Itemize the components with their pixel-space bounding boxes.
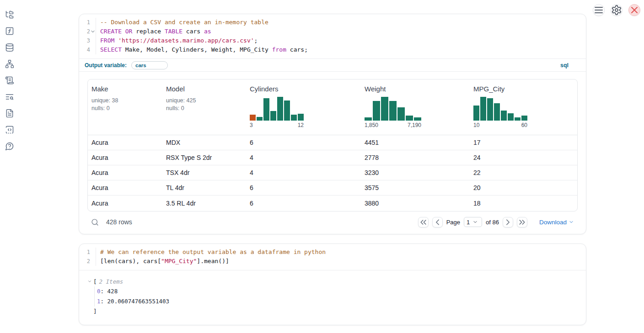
fold-slot [90, 257, 96, 266]
histogram-bar [494, 103, 500, 121]
table-row[interactable]: AcuraMDX6445117 [88, 135, 577, 150]
histogram-bar [397, 107, 405, 121]
fold-marker-icon[interactable] [90, 27, 96, 36]
fold-slot [90, 45, 96, 54]
histogram-bar [284, 100, 290, 121]
table-cell: RSX Type S 2dr [162, 154, 246, 161]
previous-page-button[interactable] [432, 217, 443, 227]
page-label: Page [446, 219, 460, 226]
python-code-editor[interactable]: 1# We can reference the output variable … [79, 244, 586, 270]
open-bracket: [ [93, 278, 97, 285]
code-line: 4SELECT Make, Model, Cylinders, Weight, … [79, 45, 586, 54]
first-page-button[interactable] [418, 217, 429, 227]
code-line: 1# We can reference the output variable … [79, 248, 586, 257]
menu-button[interactable] [593, 4, 605, 16]
code-text: SELECT Make, Model, Cylinders, Weight, M… [96, 45, 586, 54]
outline-icon[interactable] [5, 76, 14, 85]
column-histogram: 1060 [473, 97, 527, 128]
file-explorer-icon[interactable] [5, 10, 14, 19]
notebook-actions [593, 4, 640, 16]
table-cell: Acura [88, 154, 162, 161]
table-row[interactable]: AcuraRSX Type S 2dr4277824 [88, 150, 577, 165]
table-cell: 3575 [361, 184, 470, 191]
table-cell: Acura [88, 169, 162, 176]
output-variable-input[interactable] [131, 61, 168, 69]
column-name: Weight [365, 85, 470, 93]
close-app-button[interactable] [628, 4, 640, 16]
code-line: 1-- Download a CSV and create an in-memo… [79, 18, 586, 27]
table-row[interactable]: Acura3.5 RL 4dr6388018 [88, 196, 577, 211]
table-cell: 20 [470, 184, 577, 191]
table-cell: 3880 [361, 200, 470, 207]
logs-icon[interactable] [5, 92, 14, 101]
chevron-down-icon [569, 219, 574, 225]
histogram-max-label: 12 [298, 122, 304, 128]
table-cell: 2778 [361, 154, 470, 161]
line-number: 2 [79, 257, 90, 266]
collapse-caret-icon[interactable] [87, 279, 92, 284]
documentation-icon[interactable] [5, 109, 14, 118]
tree-items: 0: 4281: 20.060747663551403 [94, 286, 586, 307]
column-stats: unique: 38nulls: 0 [91, 97, 162, 112]
histogram-bar [487, 98, 493, 121]
histogram-bar [257, 117, 263, 121]
table-cell: 6 [246, 184, 361, 191]
histogram-bar [381, 97, 388, 121]
table-cell: 18 [470, 200, 577, 207]
page-select[interactable]: 1 [464, 217, 482, 227]
table-cell: Acura [88, 139, 162, 146]
tree-item-value: : 20.060747663551403 [101, 298, 170, 305]
close-bracket: ] [93, 307, 586, 317]
dependency-graph-icon[interactable] [5, 59, 14, 69]
variables-icon[interactable] [5, 26, 14, 36]
histogram-min-label: 3 [250, 122, 253, 128]
pagination: Page 1 of 86 Download [418, 217, 574, 227]
fold-slot [90, 36, 96, 45]
histogram-max-label: 7,190 [408, 122, 421, 128]
code-line: 3FROM 'https://datasets.marimo.app/cars.… [79, 36, 586, 45]
column-header-mpg_city[interactable]: MPG_City1060 [470, 79, 577, 135]
snippets-icon[interactable] [5, 125, 14, 134]
sql-code-editor[interactable]: 1-- Download a CSV and create an in-memo… [79, 14, 586, 58]
column-name: Model [166, 85, 246, 93]
code-text: -- Download a CSV and create an in-memor… [96, 18, 586, 27]
chevron-down-icon [472, 219, 478, 225]
table-cell: Acura [88, 200, 162, 207]
code-text: FROM 'https://datasets.marimo.app/cars.c… [96, 36, 586, 45]
column-header-weight[interactable]: Weight1,8507,190 [361, 79, 470, 135]
table-footer: 428 rows Page 1 of 86 Download [87, 211, 578, 233]
items-count-label: 2 Items [99, 278, 123, 285]
table-cell: MDX [162, 139, 246, 146]
column-header-model[interactable]: Modelunique: 425nulls: 0 [162, 79, 246, 135]
next-page-button[interactable] [503, 217, 513, 227]
histogram-bar [501, 111, 507, 121]
code-line: 2CREATE OR replace TABLE cars as [79, 27, 586, 36]
help-icon[interactable] [5, 142, 14, 151]
table-cell: 17 [470, 139, 577, 146]
page-total-label: of 86 [486, 219, 499, 226]
python-output: [ 2 Items 0: 4281: 20.060747663551403 ] [79, 270, 586, 317]
settings-button[interactable] [611, 4, 623, 16]
table-row[interactable]: AcuraTL 4dr6357520 [88, 180, 577, 196]
download-button[interactable]: Download [539, 219, 574, 226]
column-header-make[interactable]: Makeunique: 38nulls: 0 [88, 79, 162, 135]
download-label: Download [539, 219, 567, 226]
tree-item: 0: 428 [97, 286, 586, 296]
histogram-min-label: 1,850 [365, 122, 378, 128]
datasources-icon[interactable] [5, 43, 14, 52]
table-cell: 24 [470, 154, 577, 161]
search-icon[interactable] [91, 218, 99, 226]
fold-slot [90, 18, 96, 27]
histogram-bar [508, 113, 514, 121]
language-badge: sql [560, 62, 569, 69]
last-page-button[interactable] [517, 217, 527, 227]
output-variable-label: Output variable: [85, 62, 127, 69]
row-count-label: 428 rows [106, 218, 132, 226]
column-stats: unique: 425nulls: 0 [166, 97, 246, 112]
table-row[interactable]: AcuraTSX 4dr4323022 [88, 165, 577, 180]
column-header-cylinders[interactable]: Cylinders312 [246, 79, 361, 135]
table-cell: 6 [246, 139, 361, 146]
column-name: Make [91, 85, 162, 93]
histogram-bar [406, 116, 413, 121]
table-cell: 3.5 RL 4dr [162, 200, 246, 207]
